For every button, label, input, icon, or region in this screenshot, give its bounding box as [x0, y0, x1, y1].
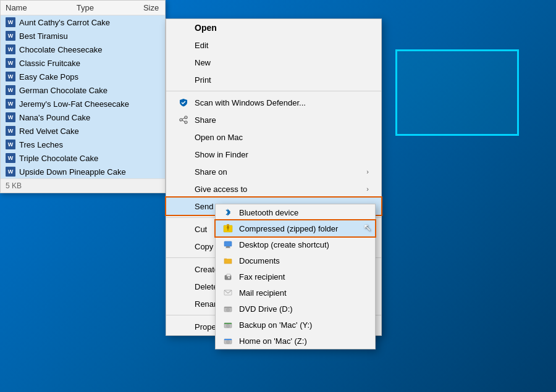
zip-icon: [223, 223, 233, 233]
menu-item-share-on[interactable]: Share on ›: [166, 163, 381, 180]
menu-item-scan[interactable]: Scan with Windows Defender...: [166, 94, 381, 111]
menu-item-open-mac[interactable]: Open on Mac: [166, 128, 381, 146]
file-name: Nana's Pound Cake: [19, 113, 90, 122]
svg-point-1: [185, 121, 187, 123]
menu-item-give-access[interactable]: Give access to ›: [166, 180, 381, 198]
menu-label: Open on Mac: [195, 133, 369, 142]
submenu-arrow: ›: [366, 185, 369, 193]
file-name: Easy Cake Pops: [19, 72, 78, 81]
dvd-icon: [223, 304, 233, 314]
list-item[interactable]: W Best Tiramisu: [1, 29, 165, 43]
menu-item-share[interactable]: Share: [166, 111, 381, 128]
menu-separator: [166, 91, 381, 91]
copy-icon: [179, 241, 188, 251]
bluetooth-icon: [223, 207, 233, 217]
file-name: Classic Fruitcake: [19, 59, 80, 68]
menu-label: Desktop (create shortcut): [239, 240, 368, 249]
list-item[interactable]: W Jeremy's Low-Fat Cheesecake: [1, 97, 165, 111]
shortcut-icon: [179, 264, 188, 274]
menu-label: Backup on 'Mac' (Y:): [239, 320, 368, 330]
menu-label: Scan with Windows Defender...: [195, 98, 369, 107]
file-name: Triple Chocolate Cake: [19, 154, 98, 163]
svg-rect-14: [228, 277, 230, 278]
submenu-item-dvd[interactable]: DVD Drive (D:): [216, 301, 375, 317]
share-on-icon: [179, 167, 188, 177]
list-item[interactable]: W Triple Chocolate Cake: [1, 151, 165, 165]
mail-icon: [223, 288, 233, 298]
list-item[interactable]: W Classic Fruitcake: [1, 56, 165, 70]
word-icon: W: [6, 44, 15, 54]
menu-label: Give access to: [195, 185, 360, 194]
list-item[interactable]: W Nana's Pound Cake: [1, 111, 165, 124]
svg-rect-17: [224, 307, 232, 308]
submenu-item-backup-mac[interactable]: Backup on 'Mac' (Y:): [216, 317, 375, 333]
menu-item-edit[interactable]: Edit: [166, 36, 381, 54]
svg-rect-6: [227, 224, 229, 226]
finder-icon: [179, 149, 188, 159]
list-item[interactable]: W German Chocolate Cake: [1, 83, 165, 97]
file-list-panel: Name Type Size W Aunt Cathy's Carrot Cak…: [0, 0, 166, 193]
submenu-item-compressed[interactable]: Compressed (zipped) folder: [216, 220, 375, 236]
print-icon: [179, 75, 188, 85]
menu-label: Share on: [195, 167, 360, 177]
menu-label: Mail recipient: [239, 288, 368, 298]
word-icon: W: [6, 112, 15, 122]
file-name: Aunt Cathy's Carrot Cake: [19, 18, 110, 27]
menu-label: DVD Drive (D:): [239, 304, 368, 314]
svg-point-19: [227, 309, 229, 311]
word-icon: W: [6, 31, 15, 41]
word-icon: W: [6, 17, 15, 27]
svg-line-3: [182, 118, 185, 119]
svg-point-0: [185, 116, 187, 119]
new-icon: [179, 57, 188, 67]
submenu-item-mail[interactable]: Mail recipient: [216, 285, 375, 301]
word-icon: W: [6, 72, 15, 81]
submenu-arrow: ›: [366, 168, 369, 175]
open-icon: [179, 23, 188, 33]
properties-icon: [179, 322, 188, 332]
menu-item-show-finder[interactable]: Show in Finder: [166, 146, 381, 163]
word-icon: W: [6, 58, 15, 68]
submenu-item-fax[interactable]: Fax recipient: [216, 269, 375, 285]
svg-rect-25: [224, 339, 232, 340]
svg-rect-10: [226, 246, 230, 248]
cut-icon: [179, 224, 188, 234]
shield-icon: [179, 98, 188, 107]
desktop-icon: [223, 240, 233, 249]
column-size: Size: [143, 3, 159, 12]
word-icon: W: [6, 140, 15, 149]
home-drive-icon: [223, 336, 233, 346]
menu-item-print[interactable]: Print: [166, 71, 381, 88]
file-list-header: Name Type Size: [1, 1, 165, 15]
menu-label: New: [195, 58, 369, 67]
backup-drive-icon: [223, 320, 233, 330]
list-item[interactable]: W Upside Down Pineapple Cake: [1, 165, 165, 178]
svg-line-4: [182, 120, 185, 122]
list-item[interactable]: W Tres Leches: [1, 138, 165, 151]
submenu-item-documents[interactable]: Documents: [216, 252, 375, 269]
submenu-item-bluetooth[interactable]: Bluetooth device: [216, 204, 375, 220]
menu-label: Print: [195, 75, 369, 85]
svg-rect-21: [224, 323, 232, 324]
list-item[interactable]: W Red Velvet Cake: [1, 124, 165, 138]
delete-icon: [179, 281, 188, 291]
list-item[interactable]: W Aunt Cathy's Carrot Cake: [1, 15, 165, 29]
send-to-icon: [179, 201, 188, 211]
menu-label: Bluetooth device: [239, 208, 368, 217]
folder-icon: [223, 256, 233, 265]
menu-label: Show in Finder: [195, 150, 369, 159]
menu-item-new[interactable]: New: [166, 54, 381, 71]
file-name: Tres Leches: [19, 140, 63, 149]
svg-point-27: [227, 341, 229, 343]
list-item[interactable]: W Chocolate Cheesecake: [1, 43, 165, 56]
svg-rect-8: [227, 227, 229, 228]
submenu-item-desktop[interactable]: Desktop (create shortcut): [216, 236, 375, 252]
file-name: Jeremy's Low-Fat Cheesecake: [19, 99, 129, 109]
word-icon: W: [6, 153, 15, 163]
menu-label: Documents: [239, 256, 368, 265]
list-item[interactable]: W Easy Cake Pops: [1, 70, 165, 83]
file-list-footer: 5 KB: [1, 178, 165, 193]
menu-item-open[interactable]: Open: [166, 19, 381, 36]
svg-rect-13: [227, 274, 230, 277]
submenu-item-home-mac[interactable]: Home on 'Mac' (Z:): [216, 333, 375, 349]
